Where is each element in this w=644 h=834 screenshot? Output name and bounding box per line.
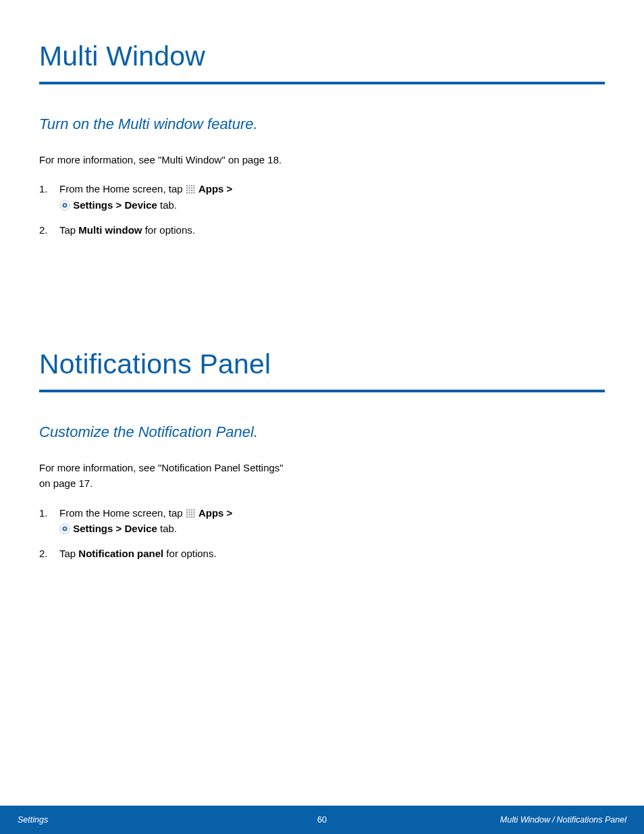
apps-grid-icon	[186, 509, 196, 519]
apps-grid-icon	[186, 184, 196, 194]
step-bold: Apps	[198, 507, 224, 519]
svg-point-31	[186, 516, 188, 517]
svg-point-12	[186, 192, 188, 194]
svg-point-30	[193, 513, 194, 515]
footer-topic-b: Notifications Panel	[556, 815, 626, 825]
svg-point-23	[186, 511, 188, 513]
svg-point-0	[186, 185, 188, 186]
step-text: tab.	[157, 199, 177, 211]
svg-point-20	[188, 509, 190, 510]
section-title-notifications-panel: Notifications Panel	[39, 348, 605, 392]
step-text: >	[113, 199, 124, 211]
svg-point-24	[188, 511, 190, 513]
intro-text-multi-window: For more information, see "Multi Window"…	[39, 152, 296, 167]
step-bold: Settings	[73, 523, 113, 534]
step-text: From the Home screen, tap	[59, 507, 186, 519]
svg-point-19	[186, 509, 188, 510]
svg-point-18	[64, 204, 66, 206]
svg-point-29	[191, 513, 192, 515]
subheading-notifications-panel: Customize the Notification Panel.	[39, 423, 605, 441]
footer-topic-label: Multi Window/Notifications Panel	[500, 815, 626, 825]
svg-point-3	[193, 185, 194, 186]
footer-topic-a: Multi Window	[500, 815, 550, 825]
step-text: for options.	[142, 224, 195, 236]
steps-list-multi-window: From the Home screen, tap Apps > Setting…	[39, 181, 323, 238]
step-text: >	[113, 523, 124, 534]
step-bold: Notification panel	[78, 548, 163, 559]
step-text: Tap	[59, 224, 78, 236]
svg-point-15	[193, 192, 194, 194]
step-text: >	[223, 507, 232, 519]
svg-point-7	[193, 188, 194, 189]
step-text: From the Home screen, tap	[59, 183, 186, 194]
footer-section-label: Settings	[18, 815, 48, 825]
step-bold: Multi window	[78, 224, 142, 236]
svg-point-27	[186, 513, 188, 515]
svg-point-21	[191, 509, 192, 510]
settings-gear-icon	[59, 523, 70, 534]
svg-point-6	[191, 188, 192, 189]
svg-point-25	[191, 511, 192, 513]
svg-point-22	[193, 509, 194, 510]
step-bold: Device	[124, 523, 157, 534]
svg-point-34	[193, 516, 194, 517]
svg-point-1	[188, 185, 190, 186]
step-item: From the Home screen, tap Apps > Setting…	[39, 505, 323, 537]
svg-point-28	[188, 513, 190, 515]
svg-point-4	[186, 188, 188, 189]
settings-gear-icon	[59, 200, 70, 211]
svg-point-33	[191, 516, 192, 517]
step-item: Tap Multi window for options.	[39, 222, 323, 238]
svg-point-9	[188, 190, 190, 191]
step-bold: Apps	[198, 183, 224, 194]
step-item: Tap Notification panel for options.	[39, 546, 323, 561]
svg-point-32	[188, 516, 190, 517]
step-bold: Device	[124, 199, 157, 211]
svg-point-37	[64, 527, 66, 529]
svg-point-13	[188, 192, 190, 194]
page-footer: Settings 60 Multi Window/Notifications P…	[0, 806, 644, 834]
svg-point-10	[191, 190, 192, 191]
step-text: tab.	[157, 523, 177, 534]
footer-page-number: 60	[317, 815, 327, 825]
section-title-multi-window: Multi Window	[39, 41, 605, 84]
svg-point-2	[191, 185, 192, 186]
steps-list-notifications-panel: From the Home screen, tap Apps > Setting…	[39, 505, 323, 562]
intro-text-notifications-panel: For more information, see "Notification …	[39, 460, 296, 492]
step-text: >	[223, 183, 232, 194]
svg-point-11	[193, 190, 194, 191]
svg-point-5	[188, 188, 190, 189]
svg-point-14	[191, 192, 192, 194]
subheading-multi-window: Turn on the Multi window feature.	[39, 115, 605, 133]
step-text: Tap	[59, 548, 78, 559]
step-bold: Settings	[73, 199, 113, 211]
step-text: for options.	[163, 548, 216, 559]
step-item: From the Home screen, tap Apps > Setting…	[39, 181, 323, 213]
svg-point-26	[193, 511, 194, 513]
svg-point-8	[186, 190, 188, 191]
